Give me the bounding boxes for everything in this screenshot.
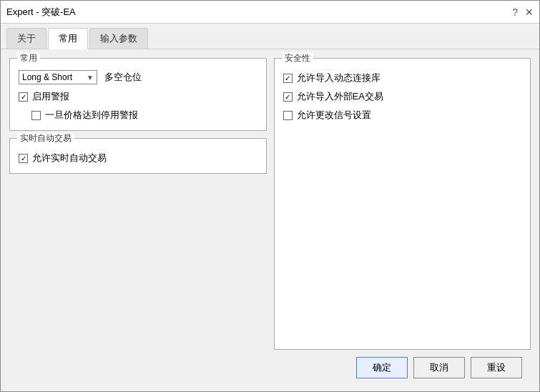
realtime-group-title: 实时自动交易 (17, 132, 74, 144)
allow-external-ea-row: 允许导入外部EA交易 (283, 90, 522, 103)
allow-change-signal-row: 允许更改信号设置 (283, 109, 522, 122)
chevron-down-icon: ▼ (87, 74, 94, 82)
allow-realtime-row: 允许实时自动交易 (19, 152, 257, 165)
stop-on-price-checkbox[interactable] (31, 111, 41, 120)
allow-dll-label: 允许导入动态连接库 (297, 72, 381, 84)
allow-external-ea-checkbox[interactable] (283, 92, 293, 102)
close-button[interactable]: ✕ (525, 6, 534, 18)
window-title: Expert - 突破-EA (6, 6, 76, 19)
left-panel: 常用 Long & Short ▼ 多空仓位 启用警报 一 (9, 58, 267, 350)
window-controls: ? ✕ (512, 6, 534, 18)
tab-common[interactable]: 常用 (48, 28, 88, 49)
alerts-label: 启用警报 (32, 90, 69, 103)
allow-change-signal-checkbox[interactable] (283, 111, 293, 120)
tab-about[interactable]: 关于 (6, 28, 46, 49)
main-content: 常用 Long & Short ▼ 多空仓位 启用警报 一 (1, 49, 539, 391)
allow-realtime-label: 允许实时自动交易 (32, 152, 107, 165)
help-button[interactable]: ? (512, 6, 518, 18)
main-window: Expert - 突破-EA ? ✕ 关于 常用 输入参数 常用 Long & … (0, 0, 540, 392)
select-value: Long & Short (22, 72, 84, 82)
cancel-button[interactable]: 取消 (413, 357, 465, 378)
footer: 确定 取消 重设 (9, 350, 531, 386)
allow-change-signal-label: 允许更改信号设置 (297, 109, 371, 122)
right-panel: 安全性 允许导入动态连接库 允许导入外部EA交易 允许更改信号设置 (274, 58, 531, 350)
alerts-checkbox[interactable] (19, 92, 28, 102)
tab-input-params[interactable]: 输入参数 (89, 28, 148, 49)
allow-realtime-checkbox[interactable] (19, 154, 28, 163)
select-label: 多空仓位 (104, 71, 142, 84)
tab-bar: 关于 常用 输入参数 (1, 24, 539, 49)
long-short-select[interactable]: Long & Short ▼ (19, 70, 97, 84)
title-bar: Expert - 突破-EA ? ✕ (1, 1, 539, 24)
confirm-button[interactable]: 确定 (356, 357, 408, 378)
panels-row: 常用 Long & Short ▼ 多空仓位 启用警报 一 (9, 58, 531, 350)
safety-group-title: 安全性 (282, 52, 313, 64)
select-row: Long & Short ▼ 多空仓位 (19, 70, 257, 84)
allow-dll-row: 允许导入动态连接库 (283, 72, 522, 84)
common-group-title: 常用 (17, 52, 40, 64)
realtime-group: 实时自动交易 允许实时自动交易 (9, 138, 267, 174)
stop-on-price-checkbox-row: 一旦价格达到停用警报 (31, 109, 257, 122)
stop-on-price-label: 一旦价格达到停用警报 (45, 109, 138, 122)
common-group: 常用 Long & Short ▼ 多空仓位 启用警报 一 (9, 58, 267, 131)
allow-dll-checkbox[interactable] (283, 74, 293, 83)
alerts-checkbox-row: 启用警报 (19, 90, 257, 103)
allow-external-ea-label: 允许导入外部EA交易 (297, 90, 383, 103)
reset-button[interactable]: 重设 (471, 357, 522, 378)
safety-group: 安全性 允许导入动态连接库 允许导入外部EA交易 允许更改信号设置 (274, 58, 531, 350)
